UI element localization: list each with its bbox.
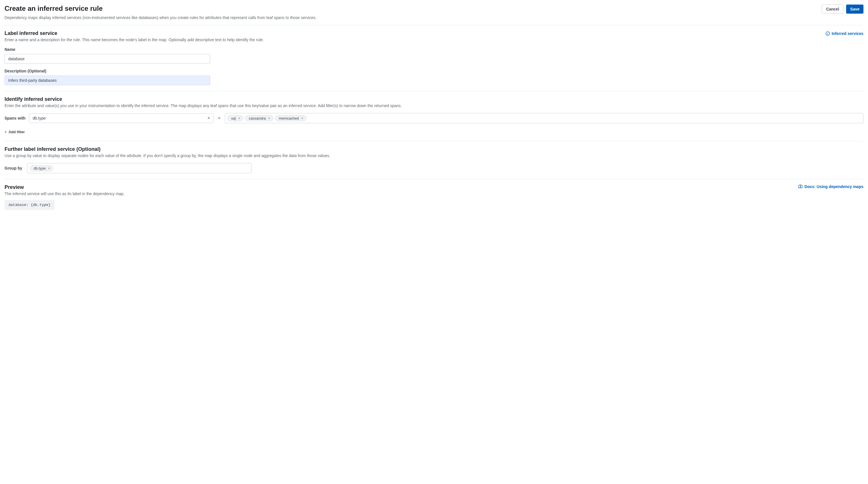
close-icon: × (208, 116, 210, 120)
name-label: Name (4, 47, 864, 52)
tag-label: cassandra (249, 116, 266, 120)
docs-link-text: Docs: Using dependency maps (804, 184, 864, 189)
tag-label: memcached (279, 116, 299, 120)
add-filter-label: Add filter (8, 130, 25, 134)
preview-section: Preview The inferred service will use th… (4, 179, 864, 212)
tag-item: cassandra × (245, 115, 273, 121)
name-field-group: Name (4, 47, 864, 64)
description-input[interactable] (4, 75, 210, 85)
close-icon: × (48, 166, 50, 171)
spans-with-label: Spans with (4, 116, 26, 120)
preview-code: database: {db.type} (4, 200, 55, 210)
close-icon: × (268, 116, 270, 120)
attribute-input[interactable] (29, 113, 214, 123)
tag-item: db.type × (30, 165, 53, 171)
further-section: Further label inferred service (Optional… (4, 141, 864, 179)
tag-item: sql × (227, 115, 243, 121)
preview-section-desc: The inferred service will use this as it… (4, 191, 798, 196)
label-section-title: Label inferred service (4, 30, 57, 36)
page-subtitle: Dependency maps display inferred service… (4, 16, 864, 20)
description-field-group: Description (Optional) (4, 69, 864, 85)
save-button[interactable]: Save (846, 4, 864, 13)
label-section: Label inferred service Inferred services… (4, 25, 864, 91)
inferred-services-link-text: Inferred services (832, 31, 864, 36)
tag-item: memcached × (275, 115, 306, 121)
tag-label: sql (231, 116, 236, 120)
group-by-input[interactable]: db.type × (27, 163, 252, 173)
header-row: Create an inferred service rule Cancel S… (4, 4, 864, 13)
add-filter-button[interactable]: + Add filter (4, 128, 25, 135)
values-input[interactable]: sql × cassandra × memcached × (225, 113, 864, 123)
clear-attribute-button[interactable]: × (207, 115, 211, 121)
inferred-services-link[interactable]: Inferred services (826, 31, 864, 36)
equals-symbol: = (217, 116, 221, 120)
docs-link[interactable]: Docs: Using dependency maps (798, 184, 864, 189)
label-section-header: Label inferred service Inferred services (4, 30, 864, 36)
identify-section-title: Identify inferred service (4, 96, 864, 102)
name-input[interactable] (4, 54, 210, 64)
attribute-input-wrapper: × (29, 113, 214, 123)
tag-remove-button[interactable]: × (268, 117, 271, 120)
further-section-title: Further label inferred service (Optional… (4, 146, 864, 152)
info-icon (826, 31, 830, 36)
identify-section: Identify inferred service Enter the attr… (4, 91, 864, 141)
preview-left: Preview The inferred service will use th… (4, 184, 798, 200)
tag-remove-button[interactable]: × (48, 167, 51, 170)
description-label: Description (Optional) (4, 69, 864, 73)
further-section-desc: Use a group by value to display separate… (4, 153, 864, 158)
close-icon: × (238, 116, 241, 120)
close-icon: × (301, 116, 304, 120)
page-container: Create an inferred service rule Cancel S… (4, 4, 864, 212)
tag-label: db.type (33, 166, 46, 171)
tag-remove-button[interactable]: × (301, 117, 304, 120)
page-title: Create an inferred service rule (4, 4, 103, 12)
preview-section-title: Preview (4, 184, 798, 190)
cancel-button[interactable]: Cancel (822, 4, 843, 13)
group-by-label: Group by (4, 166, 22, 171)
spans-row: Spans with × = sql × cassandra × memcach… (4, 113, 864, 123)
label-section-desc: Enter a name and a description for the r… (4, 37, 864, 42)
groupby-row: Group by db.type × (4, 163, 864, 173)
plus-icon: + (4, 129, 7, 134)
header-buttons: Cancel Save (822, 4, 864, 13)
tag-remove-button[interactable]: × (238, 117, 241, 120)
identify-section-desc: Enter the attribute and value(s) you use… (4, 103, 864, 108)
preview-header-row: Preview The inferred service will use th… (4, 184, 864, 200)
book-icon (798, 184, 803, 189)
